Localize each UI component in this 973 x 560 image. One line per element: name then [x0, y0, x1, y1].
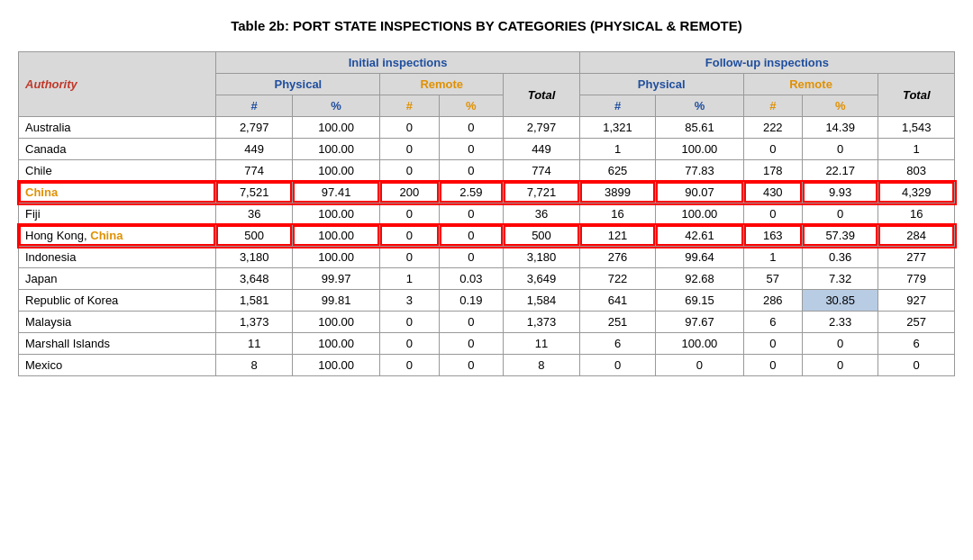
table-cell: 0: [439, 355, 504, 376]
table-cell: 0.03: [439, 268, 504, 290]
table-cell: 2.33: [802, 312, 878, 333]
table-cell: 69.15: [656, 290, 743, 312]
fup-phys-pct-header: %: [656, 95, 743, 117]
authority-cell: Hong Kong, China: [19, 225, 216, 247]
table-cell: 99.64: [656, 247, 743, 268]
followup-inspections-header: Follow-up inspections: [579, 52, 954, 74]
table-cell: 121: [579, 225, 656, 247]
table-cell: 100.00: [292, 312, 379, 333]
authority-cell: Republic of Korea: [19, 290, 216, 312]
table-cell: 11: [504, 333, 580, 355]
table-cell: 3899: [579, 182, 656, 203]
table-cell: 1,581: [216, 290, 293, 312]
table-cell: 0: [380, 333, 439, 355]
authority-cell: Indonesia: [19, 247, 216, 268]
authority-cell: Mexico: [19, 355, 216, 376]
table-cell: 0: [380, 117, 439, 139]
table-cell: 2,797: [216, 117, 293, 139]
table-cell: 286: [743, 290, 802, 312]
table-cell: 449: [216, 139, 293, 160]
table-cell: 7,721: [504, 182, 580, 203]
table-cell: 500: [216, 225, 293, 247]
init-physical-header: Physical: [216, 74, 380, 95]
fup-rem-hash-header: #: [743, 95, 802, 117]
table-cell: 200: [380, 182, 439, 203]
init-rem-hash-header: #: [380, 95, 439, 117]
table-cell: 30.85: [802, 290, 878, 312]
table-cell: 276: [579, 247, 656, 268]
table-cell: 3,648: [216, 268, 293, 290]
table-cell: 0: [743, 333, 802, 355]
table-cell: 11: [216, 333, 293, 355]
table-cell: 7.32: [802, 268, 878, 290]
init-remote-header: Remote: [380, 74, 504, 95]
table-cell: 1: [579, 139, 656, 160]
table-cell: 100.00: [292, 139, 379, 160]
table-cell: 57: [743, 268, 802, 290]
table-cell: 36: [504, 203, 580, 225]
table-cell: 774: [216, 160, 293, 182]
table-cell: 927: [878, 290, 955, 312]
table-cell: 2,797: [504, 117, 580, 139]
authority-cell: Canada: [19, 139, 216, 160]
table-cell: 0: [380, 160, 439, 182]
table-cell: 0: [743, 139, 802, 160]
table-cell: 0: [439, 139, 504, 160]
table-cell: 16: [878, 203, 955, 225]
table-cell: 722: [579, 268, 656, 290]
table-cell: 97.67: [656, 312, 743, 333]
table-cell: 3: [380, 290, 439, 312]
table-cell: 0: [802, 355, 878, 376]
authority-cell: Fiji: [19, 203, 216, 225]
table-cell: 0: [579, 355, 656, 376]
table-cell: 99.81: [292, 290, 379, 312]
table-cell: 0.19: [439, 290, 504, 312]
init-rem-pct-header: %: [439, 95, 504, 117]
table-cell: 100.00: [292, 355, 379, 376]
table-cell: 77.83: [656, 160, 743, 182]
authority-cell: Australia: [19, 117, 216, 139]
table-cell: 1,543: [878, 117, 955, 139]
table-cell: 100.00: [656, 333, 743, 355]
init-phys-hash-header: #: [216, 95, 293, 117]
table-cell: 251: [579, 312, 656, 333]
table-cell: 0: [439, 333, 504, 355]
table-cell: 100.00: [292, 117, 379, 139]
table-cell: 0: [380, 312, 439, 333]
table-cell: 1: [380, 268, 439, 290]
authority-header: Authority: [19, 52, 216, 117]
table-cell: 100.00: [292, 203, 379, 225]
table-cell: 641: [579, 290, 656, 312]
table-cell: 500: [504, 225, 580, 247]
table-cell: 0: [802, 139, 878, 160]
init-phys-pct-header: %: [292, 95, 379, 117]
authority-cell: Malaysia: [19, 312, 216, 333]
table-cell: 4,329: [878, 182, 955, 203]
table-cell: 0: [380, 355, 439, 376]
table-cell: 1,321: [579, 117, 656, 139]
table-cell: 0.36: [802, 247, 878, 268]
authority-cell: China: [19, 182, 216, 203]
table-cell: 449: [504, 139, 580, 160]
table-cell: 779: [878, 268, 955, 290]
fup-physical-header: Physical: [579, 74, 743, 95]
table-cell: 8: [216, 355, 293, 376]
table-cell: 222: [743, 117, 802, 139]
table-cell: 42.61: [656, 225, 743, 247]
table-cell: 57.39: [802, 225, 878, 247]
table-cell: 0: [439, 160, 504, 182]
table-cell: 0: [878, 355, 955, 376]
table-cell: 1,373: [504, 312, 580, 333]
table-cell: 625: [579, 160, 656, 182]
table-cell: 100.00: [656, 203, 743, 225]
table-cell: 100.00: [292, 225, 379, 247]
table-cell: 2.59: [439, 182, 504, 203]
table-cell: 0: [743, 355, 802, 376]
table-cell: 3,649: [504, 268, 580, 290]
table-cell: 284: [878, 225, 955, 247]
table-cell: 0: [439, 247, 504, 268]
table-cell: 85.61: [656, 117, 743, 139]
table-cell: 3,180: [216, 247, 293, 268]
table-cell: 14.39: [802, 117, 878, 139]
table-cell: 1: [743, 247, 802, 268]
